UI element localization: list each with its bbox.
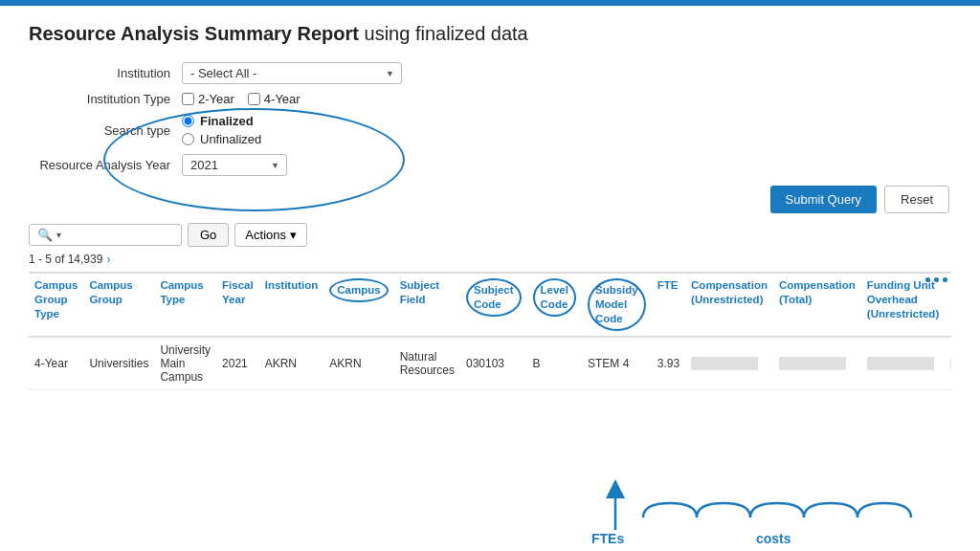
- institution-label: Institution: [29, 66, 182, 80]
- th-subject-code[interactable]: Subject Code: [460, 273, 527, 337]
- annotation-svg: FTEs costs: [0, 465, 980, 551]
- blurred-comp-unrestricted: [691, 357, 758, 370]
- year-label: Resource Analysis Year: [29, 158, 182, 172]
- results-count: 1 - 5 of 14,939 ›: [29, 253, 951, 266]
- td-comp-total: [773, 337, 861, 390]
- table-row: 4-Year Universities University Main Camp…: [29, 337, 951, 390]
- radio-unfinalized-input[interactable]: [182, 133, 194, 145]
- table-header-row: Campus Group Type Campus Group Campus Ty…: [29, 273, 951, 337]
- svg-text:costs: costs: [756, 531, 791, 546]
- th-subsidy-model-code[interactable]: Subsidy Model Code: [582, 273, 652, 337]
- th-campus-circled: Campus: [329, 278, 388, 302]
- td-subject-code: 030103: [460, 337, 527, 390]
- checkbox-2year[interactable]: 2-Year: [182, 92, 234, 106]
- go-button[interactable]: Go: [188, 223, 229, 247]
- page-title-bold: Resource Analysis Summary Report: [29, 23, 359, 44]
- td-level-code: B: [527, 337, 582, 390]
- dot2: [934, 277, 939, 282]
- th-fiscal-year: Fiscal Year: [216, 273, 259, 337]
- filter-form: Institution - Select All - Institution T…: [29, 62, 951, 176]
- blurred-funding-total: [950, 357, 951, 370]
- th-subsidy-model-code-circled: Subsidy Model Code: [588, 278, 646, 331]
- blurred-comp-total: [779, 357, 846, 370]
- th-level-code[interactable]: Level Code: [527, 273, 582, 337]
- search-type-row: Search type Finalized Unfinalized: [29, 114, 951, 146]
- td-campus: AKRN: [323, 337, 393, 390]
- blurred-funding-unrestricted: [867, 357, 934, 370]
- th-comp-unrestricted: Compensation (Unrestricted): [685, 273, 773, 337]
- chevron-down-icon[interactable]: ▾: [56, 230, 61, 240]
- year-select[interactable]: 2021 2020 2019: [182, 154, 287, 176]
- td-fte: 3.93: [652, 337, 685, 390]
- td-campus-type: University Main Campus: [154, 337, 216, 390]
- dot3: [943, 277, 947, 282]
- results-count-text: 1 - 5 of 14,939: [29, 253, 102, 266]
- institution-row: Institution - Select All -: [29, 62, 951, 84]
- institution-type-row: Institution Type 2-Year 4-Year: [29, 92, 951, 106]
- page-title: Resource Analysis Summary Report using f…: [29, 23, 951, 45]
- th-level-code-circled: Level Code: [533, 278, 576, 317]
- th-subject-field: Subject Field: [394, 273, 460, 337]
- dot1: [925, 277, 930, 282]
- radio-finalized[interactable]: Finalized: [182, 114, 261, 128]
- search-type-label: Search type: [29, 123, 182, 138]
- year-select-wrapper: 2021 2020 2019: [182, 154, 287, 176]
- institution-type-checkboxes: 2-Year 4-Year: [182, 92, 301, 106]
- th-campus[interactable]: Campus: [323, 273, 393, 337]
- checkbox-4year[interactable]: 4-Year: [248, 92, 301, 106]
- td-campus-group: Universities: [83, 337, 154, 390]
- th-campus-type: Campus Type: [154, 273, 216, 337]
- submit-row: Submit Query Reset: [29, 186, 951, 213]
- submit-query-button[interactable]: Submit Query: [770, 186, 877, 213]
- institution-type-label: Institution Type: [29, 92, 182, 106]
- next-page-chevron[interactable]: ›: [106, 253, 110, 266]
- th-subject-code-circled: Subject Code: [466, 278, 522, 317]
- td-comp-unrestricted: [685, 337, 773, 390]
- main-container: Resource Analysis Summary Report using f…: [0, 6, 980, 400]
- search-bar: 🔍 ▾ Go Actions ▾: [29, 223, 951, 247]
- td-subject-field: Natural Resources: [394, 337, 460, 390]
- th-institution: Institution: [259, 273, 324, 337]
- institution-select[interactable]: - Select All -: [182, 62, 402, 84]
- dots-row: [920, 277, 947, 282]
- overflow-dots[interactable]: [920, 277, 947, 282]
- td-funding-unrestricted: [861, 337, 945, 390]
- td-institution: AKRN: [259, 337, 324, 390]
- data-table: Campus Group Type Campus Group Campus Ty…: [29, 272, 951, 390]
- th-campus-group-type: Campus Group Type: [29, 273, 83, 337]
- th-funding-unrestricted: Funding Unit Overhead (Unrestricted): [861, 273, 945, 337]
- td-campus-group-type: 4-Year: [29, 337, 83, 390]
- checkbox-2year-input[interactable]: [182, 93, 194, 105]
- th-campus-group: Campus Group: [83, 273, 154, 337]
- th-fte: FTE: [652, 273, 685, 337]
- th-funding-total: Fundin Unit Ove (Total: [945, 273, 951, 337]
- td-funding-total: [945, 337, 951, 390]
- svg-text:FTEs: FTEs: [591, 531, 624, 546]
- institution-select-wrapper: - Select All -: [182, 62, 402, 84]
- reset-button[interactable]: Reset: [884, 186, 949, 213]
- data-table-wrap: Campus Group Type Campus Group Campus Ty…: [29, 272, 951, 390]
- checkbox-4year-input[interactable]: [248, 93, 260, 105]
- radio-unfinalized[interactable]: Unfinalized: [182, 132, 261, 146]
- search-type-radios: Finalized Unfinalized: [182, 114, 261, 146]
- search-input-wrap: 🔍 ▾: [29, 224, 182, 246]
- th-comp-total: Compensation (Total): [773, 273, 861, 337]
- search-icon: 🔍: [37, 228, 53, 242]
- actions-button[interactable]: Actions ▾: [234, 223, 306, 247]
- year-row: Resource Analysis Year 2021 2020 2019: [29, 154, 951, 176]
- td-subsidy-model-code: STEM 4: [582, 337, 652, 390]
- page-title-normal: using finalized data: [359, 23, 528, 44]
- radio-finalized-input[interactable]: [182, 115, 194, 127]
- td-fiscal-year: 2021: [216, 337, 259, 390]
- search-input[interactable]: [65, 228, 180, 242]
